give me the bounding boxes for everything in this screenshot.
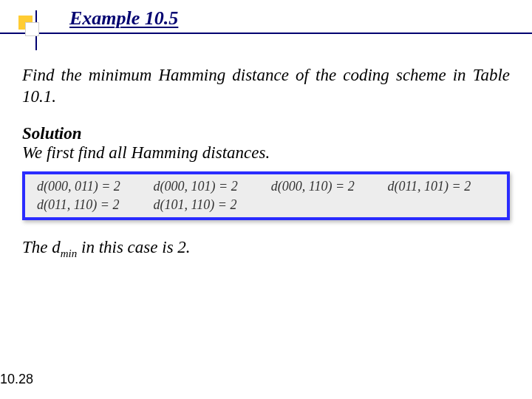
distance-cell: d(011, 110) = 2	[33, 196, 149, 214]
slide-content: Find the minimum Hamming distance of the…	[22, 65, 510, 259]
conclusion-subscript: min	[61, 247, 78, 259]
slide-header: Example 10.5	[0, 0, 532, 44]
horizontal-rule	[0, 33, 532, 34]
conclusion: The dmin in this case is 2.	[22, 238, 510, 260]
problem-statement: Find the minimum Hamming distance of the…	[22, 65, 510, 108]
bullet-square-white	[25, 22, 39, 36]
distance-cell	[267, 196, 383, 214]
slide-title: Example 10.5	[69, 7, 178, 30]
distance-cell: d(101, 110) = 2	[149, 196, 267, 214]
conclusion-post: in this case is 2.	[77, 238, 190, 256]
distance-cell: d(000, 011) = 2	[33, 177, 149, 196]
solution-heading: Solution	[22, 124, 510, 143]
distances-table: d(000, 011) = 2 d(000, 101) = 2 d(000, 1…	[33, 177, 499, 214]
table-row: d(000, 011) = 2 d(000, 101) = 2 d(000, 1…	[33, 177, 499, 196]
distance-cell: d(000, 101) = 2	[149, 177, 267, 196]
table-row: d(011, 110) = 2 d(101, 110) = 2	[33, 196, 499, 214]
distance-cell	[383, 196, 499, 214]
distances-box: d(000, 011) = 2 d(000, 101) = 2 d(000, 1…	[22, 171, 510, 220]
solution-intro: We first find all Hamming distances.	[22, 143, 510, 163]
distance-cell: d(000, 110) = 2	[267, 177, 383, 196]
distance-cell: d(011, 101) = 2	[383, 177, 499, 196]
page-number: 10.28	[0, 372, 33, 387]
conclusion-pre: The d	[22, 238, 61, 256]
